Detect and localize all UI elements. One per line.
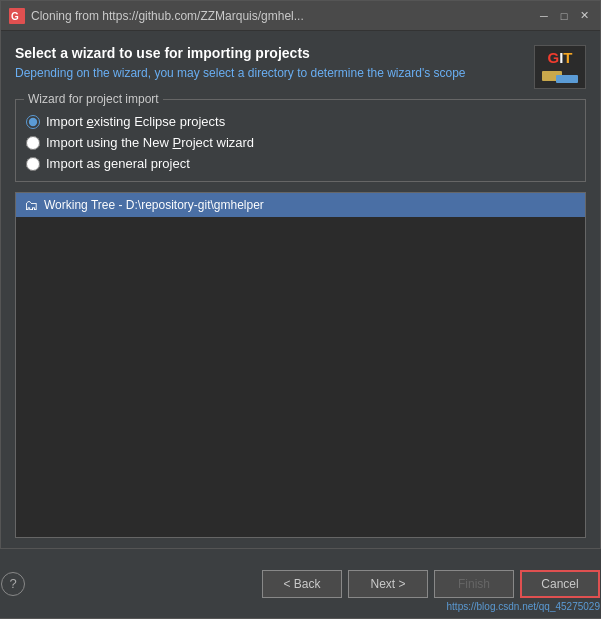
footer-buttons: < Back Next > Finish Cancel bbox=[262, 570, 600, 598]
back-button[interactable]: < Back bbox=[262, 570, 342, 598]
radio-import-new[interactable]: Import using the New Project wizard bbox=[26, 135, 575, 150]
watermark-text: https://blog.csdn.net/qq_45275029 bbox=[447, 601, 600, 612]
radio-existing-input[interactable] bbox=[26, 115, 40, 129]
tree-container[interactable]: 🗂 Working Tree - D:\repository-git\gmhel… bbox=[15, 192, 586, 538]
tree-item-label: Working Tree - D:\repository-git\gmhelpe… bbox=[44, 198, 264, 212]
wizard-group: Wizard for project import Import existin… bbox=[15, 99, 586, 182]
header-section: Select a wizard to use for importing pro… bbox=[15, 45, 586, 89]
window-controls: ─ □ ✕ bbox=[536, 8, 592, 24]
svg-text:G: G bbox=[11, 11, 19, 22]
minimize-button[interactable]: ─ bbox=[536, 8, 552, 24]
dialog-window: G Cloning from https://github.com/ZZMarq… bbox=[0, 0, 601, 619]
radio-new-input[interactable] bbox=[26, 136, 40, 150]
finish-button[interactable]: Finish bbox=[434, 570, 514, 598]
window-icon: G bbox=[9, 8, 25, 24]
cancel-button[interactable]: Cancel bbox=[520, 570, 600, 598]
help-icon: ? bbox=[9, 576, 16, 591]
radio-import-general[interactable]: Import as general project bbox=[26, 156, 575, 171]
window-title: Cloning from https://github.com/ZZMarqui… bbox=[31, 9, 536, 23]
radio-import-existing[interactable]: Import existing Eclipse projects bbox=[26, 114, 575, 129]
next-button[interactable]: Next > bbox=[348, 570, 428, 598]
radio-general-label: Import as general project bbox=[46, 156, 190, 171]
header-text: Select a wizard to use for importing pro… bbox=[15, 45, 524, 82]
folder-icon: 🗂 bbox=[24, 197, 38, 213]
radio-new-label: Import using the New Project wizard bbox=[46, 135, 254, 150]
radio-general-input[interactable] bbox=[26, 157, 40, 171]
close-button[interactable]: ✕ bbox=[576, 8, 592, 24]
git-logo-text: GIT bbox=[547, 50, 572, 65]
dialog-content: Select a wizard to use for importing pro… bbox=[1, 31, 600, 548]
radio-existing-label: Import existing Eclipse projects bbox=[46, 114, 225, 129]
wizard-group-legend: Wizard for project import bbox=[24, 92, 163, 106]
git-logo-icon bbox=[542, 67, 578, 85]
header-title: Select a wizard to use for importing pro… bbox=[15, 45, 524, 61]
help-button[interactable]: ? bbox=[1, 572, 25, 596]
tree-item[interactable]: 🗂 Working Tree - D:\repository-git\gmhel… bbox=[16, 193, 585, 217]
svg-rect-3 bbox=[556, 75, 578, 83]
git-logo: GIT bbox=[534, 45, 586, 89]
maximize-button[interactable]: □ bbox=[556, 8, 572, 24]
header-subtitle: Depending on the wizard, you may select … bbox=[15, 65, 524, 82]
title-bar: G Cloning from https://github.com/ZZMarq… bbox=[1, 1, 600, 31]
dialog-footer: ? < Back Next > Finish Cancel https://bl… bbox=[0, 548, 601, 618]
